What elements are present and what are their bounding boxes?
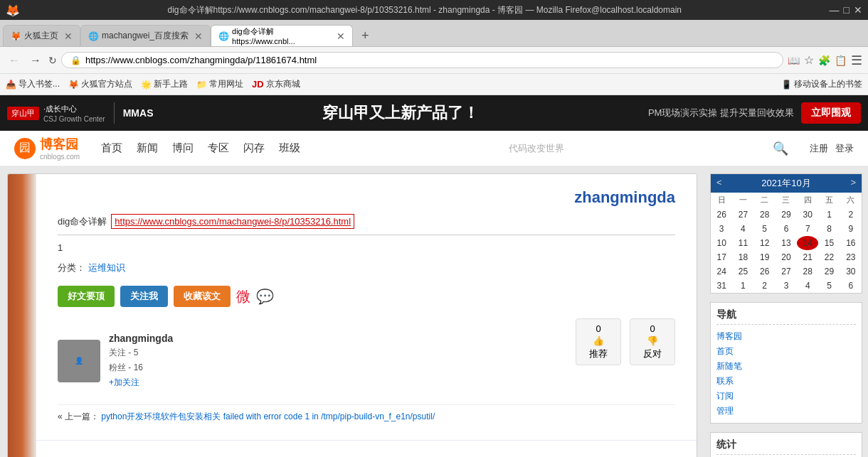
nav-class[interactable]: 班级: [279, 141, 300, 155]
weibo-share-icon[interactable]: 微: [236, 287, 250, 306]
sidebar-toggle-icon[interactable]: 📋: [835, 55, 847, 66]
login-link[interactable]: 登录: [835, 142, 854, 155]
nav-link-new-post[interactable]: 新随笔: [716, 360, 856, 372]
extensions-icon[interactable]: 🧩: [818, 55, 830, 66]
cal-cell[interactable]: 23: [840, 250, 862, 264]
cal-cell[interactable]: 1: [732, 279, 753, 293]
cal-cell[interactable]: 12: [754, 236, 776, 250]
bm-mobile[interactable]: 📱 移动设备上的书签: [781, 78, 862, 90]
cal-cell[interactable]: 3: [711, 222, 732, 236]
cal-cell[interactable]: 21: [797, 250, 818, 264]
cal-today-cell[interactable]: 14: [797, 236, 818, 250]
user-display-name[interactable]: zhangmingda: [109, 333, 173, 344]
cal-cell[interactable]: 26: [754, 264, 776, 279]
maximize-icon[interactable]: □: [844, 4, 850, 16]
ad-cta-button[interactable]: 立即围观: [801, 102, 861, 124]
cal-cell[interactable]: 27: [732, 208, 753, 222]
cal-cell[interactable]: 30: [840, 264, 862, 279]
back-button[interactable]: ←: [6, 53, 23, 68]
cal-cell[interactable]: 20: [776, 250, 797, 264]
wechat-share-icon[interactable]: 💬: [256, 288, 274, 305]
cal-cell[interactable]: 5: [754, 222, 776, 236]
nav-questions[interactable]: 博问: [172, 141, 194, 155]
cal-cell[interactable]: 25: [732, 264, 753, 279]
nav-link-contact[interactable]: 联系: [716, 375, 856, 387]
cal-cell[interactable]: 11: [732, 236, 753, 250]
forward-button[interactable]: →: [27, 53, 44, 68]
upvote-button[interactable]: 0 👍 推荐: [576, 318, 621, 365]
nav-home[interactable]: 首页: [101, 141, 122, 155]
cal-cell[interactable]: 2: [754, 279, 776, 293]
cal-cell[interactable]: 26: [711, 208, 732, 222]
cal-cell[interactable]: 19: [754, 250, 776, 264]
bookmark-icon[interactable]: ☆: [804, 53, 814, 67]
cal-cell[interactable]: 5: [818, 279, 840, 293]
prev-link[interactable]: python开发环境软件包安装相关 failed with error code…: [101, 412, 435, 421]
good-article-button[interactable]: 好文要顶: [58, 286, 115, 307]
category-link[interactable]: 运维知识: [88, 262, 125, 273]
cal-cell[interactable]: 6: [776, 222, 797, 236]
reader-icon[interactable]: 📖: [788, 55, 800, 66]
cal-cell[interactable]: 1: [818, 208, 840, 222]
cal-cell[interactable]: 7: [797, 222, 818, 236]
search-area: 代码改变世界: [322, 142, 751, 155]
search-button[interactable]: 🔍: [773, 141, 788, 156]
window-controls[interactable]: — □ ✕: [830, 4, 862, 16]
register-link[interactable]: 注册: [810, 142, 828, 155]
reload-button[interactable]: ↻: [48, 55, 57, 66]
add-follow-button[interactable]: +加关注: [109, 377, 173, 389]
tab-dig[interactable]: 🌐 dig命令详解https://www.cnbl... ✕: [211, 25, 353, 46]
nav-link-cnblogs[interactable]: 博客园: [716, 330, 856, 343]
url-input[interactable]: [85, 55, 774, 65]
bm-firefox[interactable]: 🦊 火狐官方站点: [68, 78, 132, 90]
bm-newbie[interactable]: 🌟 新手上路: [141, 78, 188, 90]
nav-link-subscribe[interactable]: 订阅: [716, 390, 856, 402]
cal-cell[interactable]: 28: [797, 264, 818, 279]
cal-cell[interactable]: 2: [840, 208, 862, 222]
cal-cell[interactable]: 10: [711, 236, 732, 250]
cal-cell[interactable]: 13: [776, 236, 797, 250]
bm-jd[interactable]: JD 京东商城: [252, 78, 300, 90]
menu-icon[interactable]: ☰: [851, 53, 862, 68]
post-title-link[interactable]: https://www.cnblogs.com/machangwei-8/p/1…: [111, 214, 354, 229]
import-bookmarks[interactable]: 📥 导入书签...: [6, 78, 60, 90]
cal-cell[interactable]: 4: [797, 279, 818, 293]
nav-link-admin[interactable]: 管理: [716, 405, 856, 417]
cal-cell[interactable]: 15: [818, 236, 840, 250]
cal-cell[interactable]: 31: [711, 279, 732, 293]
bm-common[interactable]: 📁 常用网址: [196, 78, 243, 90]
cal-cell[interactable]: 27: [776, 264, 797, 279]
collect-button[interactable]: 收藏该文: [174, 286, 231, 307]
nav-link-home[interactable]: 首页: [716, 345, 856, 357]
nav-flash[interactable]: 闪存: [243, 141, 265, 155]
cal-cell[interactable]: 28: [754, 208, 776, 222]
cal-cell[interactable]: 29: [818, 264, 840, 279]
follow-author-button[interactable]: 关注我: [120, 286, 168, 307]
cal-cell[interactable]: 18: [732, 250, 753, 264]
tab-baidu[interactable]: 🌐 machangwei_百度搜索 ✕: [80, 25, 211, 46]
tab-close-baidu[interactable]: ✕: [194, 31, 203, 42]
cal-cell[interactable]: 16: [840, 236, 862, 250]
new-tab-button[interactable]: +: [356, 26, 375, 46]
cal-cell[interactable]: 30: [797, 208, 818, 222]
cal-cell[interactable]: 24: [711, 264, 732, 279]
calendar-next-button[interactable]: >: [850, 177, 856, 190]
tab-close-home[interactable]: ✕: [64, 31, 73, 42]
cal-cell[interactable]: 4: [732, 222, 753, 236]
cal-cell[interactable]: 3: [776, 279, 797, 293]
cal-cell[interactable]: 22: [818, 250, 840, 264]
close-icon[interactable]: ✕: [854, 4, 862, 16]
post-content: zhangmingda dig命令详解 https://www.cnblogs.…: [36, 174, 697, 437]
minimize-icon[interactable]: —: [830, 4, 840, 16]
cal-cell[interactable]: 29: [776, 208, 797, 222]
tab-home[interactable]: 🦊 火狐主页 ✕: [3, 25, 80, 46]
nav-zone[interactable]: 专区: [208, 141, 229, 155]
cal-cell[interactable]: 17: [711, 250, 732, 264]
cal-cell[interactable]: 8: [818, 222, 840, 236]
calendar-prev-button[interactable]: <: [716, 177, 722, 190]
cal-cell[interactable]: 9: [840, 222, 862, 236]
downvote-button[interactable]: 0 👎 反对: [630, 318, 675, 365]
nav-news[interactable]: 新闻: [137, 141, 158, 155]
cal-cell[interactable]: 6: [840, 279, 862, 293]
tab-close-dig[interactable]: ✕: [337, 31, 345, 42]
